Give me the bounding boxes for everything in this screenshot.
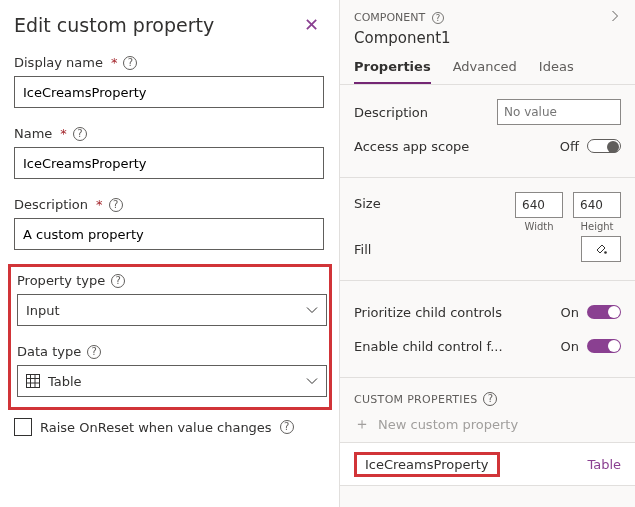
access-scope-value: Off: [560, 139, 579, 154]
help-icon[interactable]: ?: [109, 198, 123, 212]
help-icon[interactable]: ?: [123, 56, 137, 70]
required-asterisk: *: [60, 126, 67, 141]
help-icon[interactable]: ?: [87, 345, 101, 359]
access-scope-label: Access app scope: [354, 139, 469, 154]
prioritize-child-label: Prioritize child controls: [354, 305, 502, 320]
help-icon[interactable]: ?: [73, 127, 87, 141]
paint-bucket-icon: [594, 242, 608, 256]
prioritize-child-toggle[interactable]: [587, 305, 621, 319]
width-caption: Width: [524, 221, 553, 232]
custom-properties-header: CUSTOM PROPERTIES: [354, 393, 477, 406]
component-properties-panel: COMPONENT ? Component1 Properties Advanc…: [340, 0, 635, 507]
close-icon[interactable]: ✕: [298, 12, 325, 37]
prop-description-label: Description: [354, 105, 428, 120]
custom-property-row[interactable]: IceCreamsProperty Table: [340, 442, 635, 486]
name-input[interactable]: [14, 147, 324, 179]
enable-child-toggle[interactable]: [587, 339, 621, 353]
new-custom-property-button[interactable]: ＋ New custom property: [340, 410, 635, 442]
raise-onreset-checkbox[interactable]: [14, 418, 32, 436]
fill-picker[interactable]: [581, 236, 621, 262]
highlight-box: Property type ? Input Data type ?: [8, 264, 332, 410]
raise-onreset-label: Raise OnReset when value changes: [40, 420, 272, 435]
data-type-select[interactable]: Table: [17, 365, 327, 397]
chevron-down-icon: [306, 375, 318, 387]
help-icon[interactable]: ?: [111, 274, 125, 288]
prioritize-child-value: On: [561, 305, 579, 320]
prop-description-input[interactable]: [497, 99, 621, 125]
tab-advanced[interactable]: Advanced: [453, 59, 517, 84]
new-custom-property-label: New custom property: [378, 417, 518, 432]
help-icon[interactable]: ?: [280, 420, 294, 434]
display-name-label: Display name: [14, 55, 103, 70]
chevron-down-icon: [306, 304, 318, 316]
data-type-value: Table: [48, 374, 82, 389]
data-type-label: Data type: [17, 344, 81, 359]
edit-property-panel: Edit custom property ✕ Display name * ? …: [0, 0, 340, 507]
height-input[interactable]: [573, 192, 621, 218]
name-label: Name: [14, 126, 52, 141]
tab-ideas[interactable]: Ideas: [539, 59, 574, 84]
required-asterisk: *: [111, 55, 118, 70]
enable-child-label: Enable child control f...: [354, 339, 503, 354]
description-input[interactable]: [14, 218, 324, 250]
enable-child-value: On: [561, 339, 579, 354]
fill-label: Fill: [354, 242, 371, 257]
access-scope-toggle[interactable]: [587, 139, 621, 153]
plus-icon: ＋: [354, 416, 370, 432]
width-input[interactable]: [515, 192, 563, 218]
chevron-right-icon[interactable]: [609, 10, 621, 25]
property-type-value: Input: [26, 303, 60, 318]
custom-property-type: Table: [587, 457, 621, 472]
component-label: COMPONENT: [354, 11, 425, 24]
panel-title: Edit custom property: [14, 14, 214, 36]
tab-properties[interactable]: Properties: [354, 59, 431, 84]
property-type-label: Property type: [17, 273, 105, 288]
required-asterisk: *: [96, 197, 103, 212]
display-name-input[interactable]: [14, 76, 324, 108]
custom-property-name: IceCreamsProperty: [354, 452, 500, 477]
help-icon[interactable]: ?: [432, 12, 444, 24]
svg-rect-0: [27, 375, 40, 388]
component-name: Component1: [354, 29, 621, 47]
svg-point-5: [604, 251, 607, 254]
description-label: Description: [14, 197, 88, 212]
size-label: Size: [354, 192, 381, 211]
height-caption: Height: [580, 221, 613, 232]
property-type-select[interactable]: Input: [17, 294, 327, 326]
table-icon: [26, 374, 40, 388]
help-icon[interactable]: ?: [483, 392, 497, 406]
